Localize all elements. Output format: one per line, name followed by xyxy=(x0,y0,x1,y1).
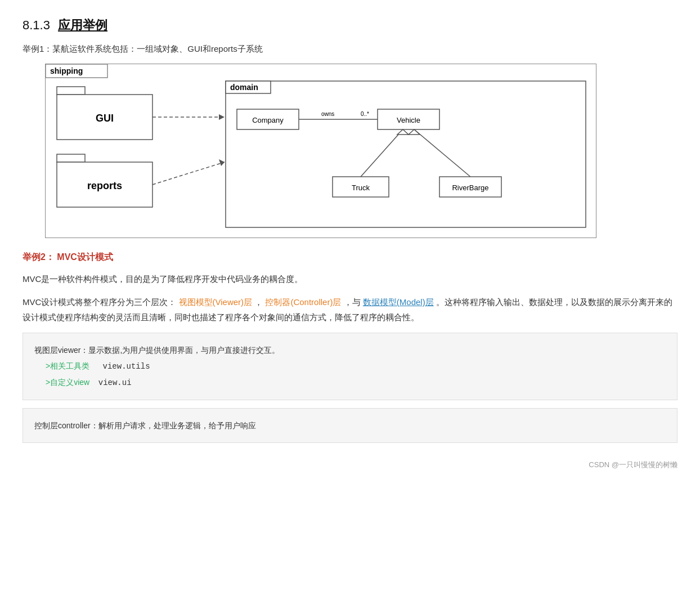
example2-para2: MVC设计模式将整个程序分为三个层次： 视图模型(Viewer)层 ， 控制器(… xyxy=(23,294,677,325)
controller-highlight: 控制器(Controller)层 xyxy=(265,297,341,307)
svg-rect-8 xyxy=(226,81,586,227)
code-line2: >相关工具类 view.utils xyxy=(46,358,666,374)
svg-text:reports: reports xyxy=(87,180,122,191)
svg-text:Vehicle: Vehicle xyxy=(397,116,420,124)
svg-text:Company: Company xyxy=(252,116,284,124)
section-title-text: 应用举例 xyxy=(58,18,107,32)
svg-line-28 xyxy=(152,162,225,185)
uml-diagram-svg: shipping GUI reports domain Company Vehi… xyxy=(45,64,596,238)
svg-text:GUI: GUI xyxy=(96,113,114,124)
svg-marker-29 xyxy=(219,159,225,166)
example2-label-main: MVC设计模式 xyxy=(57,252,113,262)
code-line3: >自定义view view.ui xyxy=(46,374,666,391)
code-viewer-text: 视图层viewer：显示数据,为用户提供使用界面，与用户直接进行交互。 xyxy=(34,346,280,355)
example2-label: 举例2： MVC设计模式 xyxy=(23,252,677,263)
code-line2-code: view.utils xyxy=(103,362,150,371)
viewer-highlight: 视图模型(Viewer)层 xyxy=(179,297,253,307)
code-block-viewer: 视图层viewer：显示数据,为用户提供使用界面，与用户直接进行交互。 >相关工… xyxy=(23,333,677,400)
code-line3-code: view.ui xyxy=(98,378,132,387)
code-controller-line1: 控制层controller：解析用户请求，处理业务逻辑，给予用户响应 xyxy=(34,418,666,433)
footer-text: CSDN @一只叫慢慢的树懒 xyxy=(589,460,677,469)
code-line2-prefix: >相关工具类 xyxy=(46,361,89,370)
svg-text:Truck: Truck xyxy=(352,183,370,192)
code-line1: 视图层viewer：显示数据,为用户提供使用界面，与用户直接进行交互。 xyxy=(34,342,666,358)
uml-diagram-wrapper: shipping GUI reports domain Company Vehi… xyxy=(23,64,677,238)
code-line3-prefix: >自定义view xyxy=(46,378,89,387)
comma1: ， xyxy=(254,297,263,307)
comma2: ，与 xyxy=(344,297,361,307)
svg-text:owns: owns xyxy=(321,111,334,117)
svg-rect-2 xyxy=(57,87,85,95)
example2-para1: MVC是一种软件构件模式，目的是为了降低程序开发中代码业务的耦合度。 xyxy=(23,271,677,286)
example1-label: 举例1：某航运软件系统包括：一组域对象、GUI和reports子系统 xyxy=(23,44,677,55)
code-block-controller: 控制层controller：解析用户请求，处理业务逻辑，给予用户响应 xyxy=(23,408,677,443)
section-title: 8.1.3 应用举例 xyxy=(23,17,677,34)
section-number: 8.1.3 xyxy=(23,18,50,32)
code-controller-text: 控制层controller：解析用户请求，处理业务逻辑，给予用户响应 xyxy=(34,421,256,430)
svg-text:domain: domain xyxy=(230,83,258,92)
svg-marker-27 xyxy=(219,114,225,120)
svg-text:0..*: 0..* xyxy=(361,111,369,117)
para2-start: MVC设计模式将整个程序分为三个层次： xyxy=(23,297,176,307)
footer: CSDN @一只叫慢慢的树懒 xyxy=(23,460,677,470)
svg-text:shipping: shipping xyxy=(50,66,83,75)
model-highlight: 数据模型(Model)层 xyxy=(363,297,434,307)
example2-label-prefix: 举例2： xyxy=(23,252,55,262)
svg-text:RiverBarge: RiverBarge xyxy=(452,183,488,192)
svg-rect-5 xyxy=(57,154,85,162)
